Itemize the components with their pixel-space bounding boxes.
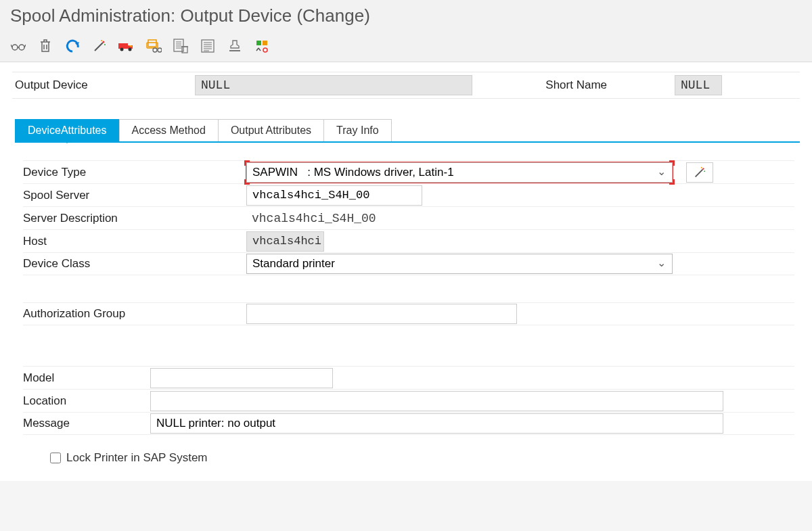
printer-glasses-icon[interactable] bbox=[145, 37, 162, 55]
tab-strip: DeviceAttributes Access Method Output At… bbox=[15, 119, 800, 143]
page-header: Spool Administration: Output Device (Cha… bbox=[0, 0, 812, 33]
svg-point-12 bbox=[158, 48, 162, 52]
lock-printer-label: Lock Printer in SAP System bbox=[66, 451, 208, 465]
svg-rect-14 bbox=[182, 47, 187, 53]
message-field[interactable] bbox=[150, 413, 723, 434]
symbol-icon[interactable] bbox=[253, 37, 271, 55]
lock-printer-row: Lock Printer in SAP System bbox=[23, 435, 794, 465]
svg-point-3 bbox=[104, 44, 106, 45]
device-class-value[interactable] bbox=[246, 254, 673, 274]
tab-access-method[interactable]: Access Method bbox=[119, 119, 219, 141]
svg-point-4 bbox=[101, 40, 102, 41]
spool-server-label: Spool Server bbox=[23, 187, 246, 204]
list-trash-icon[interactable] bbox=[172, 37, 189, 55]
message-label: Message bbox=[23, 415, 150, 432]
server-desc-label: Server Description bbox=[23, 210, 246, 227]
glasses-icon[interactable] bbox=[9, 37, 27, 55]
short-name-field[interactable]: NULL bbox=[675, 75, 722, 95]
svg-point-0 bbox=[12, 45, 18, 50]
undo-icon[interactable] bbox=[64, 37, 81, 55]
device-attributes-pane: Device Type Spool Server Server Descript… bbox=[12, 143, 800, 471]
svg-point-20 bbox=[704, 170, 705, 172]
spool-server-field[interactable] bbox=[246, 185, 422, 206]
host-field: vhcals4hci bbox=[246, 231, 324, 252]
svg-point-8 bbox=[129, 48, 132, 51]
device-class-label: Device Class bbox=[23, 255, 246, 273]
trash-icon[interactable] bbox=[37, 37, 54, 55]
auth-group-field[interactable] bbox=[246, 304, 517, 324]
model-field[interactable] bbox=[150, 368, 333, 388]
output-device-label: Output Device bbox=[12, 78, 195, 92]
device-type-label: Device Type bbox=[23, 164, 246, 181]
svg-point-11 bbox=[153, 48, 157, 52]
svg-point-1 bbox=[19, 45, 24, 50]
device-type-value[interactable] bbox=[246, 162, 673, 183]
model-label: Model bbox=[23, 369, 150, 387]
device-type-dropdown[interactable] bbox=[246, 162, 673, 183]
content-area: Output Device NULL Short Name NULL Devic… bbox=[0, 62, 812, 481]
svg-point-21 bbox=[701, 166, 702, 168]
location-label: Location bbox=[23, 392, 150, 410]
tab-tray-info[interactable]: Tray Info bbox=[323, 119, 392, 141]
device-class-dropdown[interactable] bbox=[246, 254, 673, 274]
tab-output-attributes[interactable]: Output Attributes bbox=[218, 119, 324, 141]
wand-icon[interactable] bbox=[91, 37, 108, 55]
location-field[interactable] bbox=[150, 391, 723, 411]
svg-point-19 bbox=[702, 168, 704, 169]
output-device-field[interactable]: NULL bbox=[195, 75, 472, 95]
truck-icon[interactable] bbox=[118, 37, 135, 55]
svg-rect-15 bbox=[202, 40, 214, 52]
page-title: Spool Administration: Output Device (Cha… bbox=[10, 5, 802, 26]
svg-rect-9 bbox=[148, 40, 156, 47]
svg-point-2 bbox=[103, 41, 105, 43]
svg-rect-17 bbox=[263, 41, 267, 45]
report-icon[interactable] bbox=[199, 37, 217, 55]
lock-printer-checkbox[interactable] bbox=[50, 453, 61, 463]
svg-rect-16 bbox=[256, 41, 261, 45]
header-fields-row: Output Device NULL Short Name NULL bbox=[12, 72, 800, 99]
stamp-icon[interactable] bbox=[226, 37, 244, 55]
auth-group-label: Authorization Group bbox=[23, 305, 246, 323]
device-type-wand-button[interactable] bbox=[686, 162, 713, 183]
toolbar bbox=[0, 33, 812, 62]
tab-device-attributes[interactable]: DeviceAttributes bbox=[15, 119, 120, 141]
svg-point-7 bbox=[120, 48, 124, 51]
short-name-label: Short Name bbox=[545, 78, 607, 92]
svg-point-18 bbox=[263, 48, 267, 52]
server-desc-value: vhcals4hci_S4H_00 bbox=[246, 210, 382, 227]
host-label: Host bbox=[23, 233, 246, 250]
svg-rect-5 bbox=[118, 43, 128, 49]
